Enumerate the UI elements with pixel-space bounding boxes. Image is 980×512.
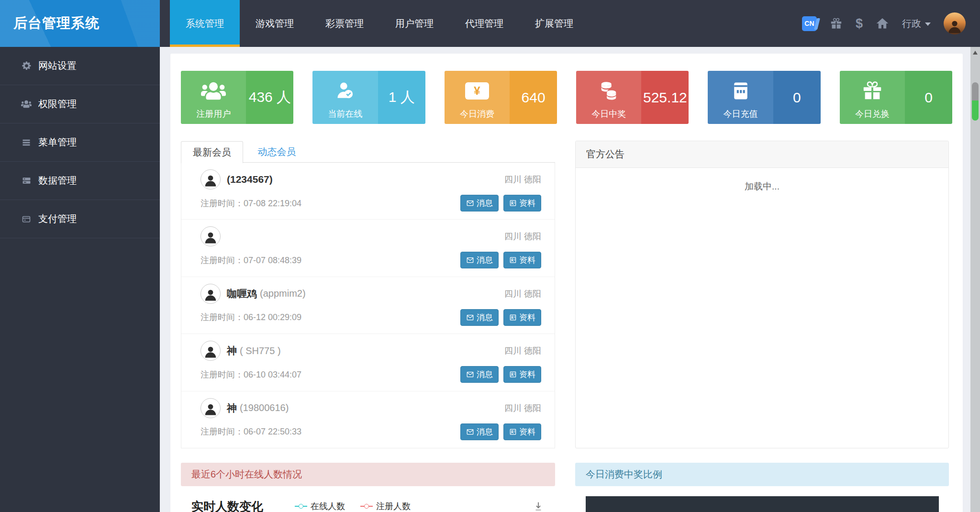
member-row: 神 (19800616) 四川 德阳 注册时间：06-07 22:50:33 消… — [181, 391, 555, 448]
announcement-panel: 官方公告 加载中... — [575, 141, 949, 448]
message-button[interactable]: 消息 — [460, 423, 499, 440]
scrollbar[interactable] — [970, 47, 980, 512]
id-card-icon — [509, 371, 517, 378]
member-avatar — [200, 169, 221, 189]
nav-tab-game[interactable]: 游戏管理 — [240, 0, 310, 47]
credit-card-icon — [21, 215, 32, 223]
nav-tab-label: 代理管理 — [465, 18, 503, 29]
nav-tab-system[interactable]: 系统管理 — [170, 0, 240, 47]
sidebar-item-label: 菜单管理 — [38, 136, 77, 149]
register-time-label: 注册时间： — [200, 370, 244, 379]
stat-label: 今日充值 — [724, 108, 758, 120]
register-time-value: 06-07 22:50:33 — [244, 427, 301, 436]
register-time-label: 注册时间： — [200, 312, 244, 322]
gift-icon[interactable] — [830, 17, 843, 30]
message-button[interactable]: 消息 — [460, 309, 499, 326]
nav-tab-label: 扩展管理 — [535, 18, 573, 29]
message-button[interactable]: 消息 — [460, 195, 499, 211]
legend-online-users[interactable]: 在线人数 — [295, 501, 345, 512]
calculator-icon — [730, 78, 751, 104]
realtime-chart-title: 实时人数变化 — [191, 499, 263, 512]
stat-card-today-exchange: 今日兑换 0 — [840, 71, 952, 124]
gear-icon — [21, 61, 32, 71]
tab-newest-members[interactable]: 最新会员 — [181, 141, 243, 163]
scroll-up-arrow-icon[interactable] — [973, 51, 978, 55]
message-button[interactable]: 消息 — [460, 252, 499, 268]
member-avatar — [200, 284, 221, 304]
sidebar-item-payment[interactable]: 支付管理 — [0, 200, 160, 238]
message-button[interactable]: 消息 — [460, 366, 499, 383]
member-location: 四川 德阳 — [504, 345, 541, 356]
member-account: (appmim2) — [260, 288, 306, 299]
legend-label: 在线人数 — [311, 501, 345, 512]
stat-card-online-now: 当前在线 1 人 — [312, 71, 425, 124]
members-list: (1234567) 四川 德阳 注册时间：07-08 22:19:04 消息 资… — [181, 163, 555, 448]
download-icon[interactable] — [533, 501, 544, 512]
member-name: (1234567) — [227, 174, 273, 185]
nav-tab-label: 系统管理 — [186, 18, 224, 29]
scrollbar-thumb[interactable] — [972, 82, 979, 121]
database-icon — [21, 176, 32, 185]
register-time-label: 注册时间： — [200, 199, 244, 208]
profile-button[interactable]: 资料 — [503, 309, 541, 326]
legend-registered-users[interactable]: 注册人数 — [360, 501, 411, 512]
ratio-chart-area — [586, 496, 939, 512]
active-tab-underline — [170, 45, 240, 47]
member-row: 咖喱鸡 (appmim2) 四川 德阳 注册时间：06-12 00:29:09 … — [181, 277, 555, 334]
user-check-icon — [334, 78, 356, 104]
online-hours-banner-text: 最近6个小时在线人数情况 — [191, 469, 302, 479]
legend-label: 注册人数 — [376, 501, 411, 512]
member-location: 四川 德阳 — [504, 174, 541, 185]
menu-list-icon — [21, 138, 32, 147]
member-row: 神 ( SH775 ) 四川 德阳 注册时间：06-10 03:44:07 消息… — [181, 334, 555, 391]
nav-tab-lottery[interactable]: 彩票管理 — [310, 0, 379, 47]
nav-tab-agent[interactable]: 代理管理 — [449, 0, 519, 47]
content-panel: 注册用户 436 人 当前在线 1 人 ¥ 今日消费 640 — [170, 54, 963, 512]
sidebar: 网站设置 权限管理 菜单管理 数据管理 支付管理 — [0, 47, 160, 512]
sidebar-item-label: 数据管理 — [38, 174, 77, 187]
nav-tab-label: 游戏管理 — [256, 18, 294, 29]
stat-value: 1 人 — [378, 71, 425, 124]
register-time-label: 注册时间： — [200, 256, 244, 265]
members-tab-bar: 最新会员 动态会员 — [181, 141, 555, 163]
profile-button[interactable]: 资料 — [503, 366, 541, 383]
user-role-dropdown[interactable]: 行政 — [902, 17, 931, 30]
sidebar-item-menu[interactable]: 菜单管理 — [0, 123, 160, 162]
member-location: 四川 德阳 — [504, 231, 541, 242]
legend-marker-icon — [295, 504, 307, 509]
app-logo: 后台管理系统 — [0, 0, 160, 47]
id-card-icon — [509, 256, 517, 264]
dollar-icon[interactable]: $ — [856, 16, 863, 31]
stat-label: 今日消费 — [460, 108, 494, 120]
stat-card-today-winnings: 今日中奖 525.12 — [576, 71, 689, 124]
envelope-icon — [466, 428, 474, 435]
stat-value: 640 — [510, 71, 557, 124]
member-row: (1234567) 四川 德阳 注册时间：07-08 22:19:04 消息 资… — [181, 163, 555, 220]
member-name: 神 — [227, 401, 237, 415]
sidebar-item-data[interactable]: 数据管理 — [0, 162, 160, 200]
sidebar-item-site-settings[interactable]: 网站设置 — [0, 47, 160, 85]
stat-value: 0 — [905, 71, 952, 124]
member-location: 四川 德阳 — [504, 288, 541, 300]
main-nav: 系统管理 游戏管理 彩票管理 用户管理 代理管理 扩展管理 — [170, 0, 589, 47]
profile-button[interactable]: 资料 — [503, 195, 541, 211]
nav-tab-user[interactable]: 用户管理 — [379, 0, 449, 47]
avatar[interactable] — [944, 12, 966, 34]
users-icon — [21, 100, 32, 109]
language-badge-icon[interactable]: CN — [802, 16, 817, 31]
top-header: 后台管理系统 系统管理 游戏管理 彩票管理 用户管理 代理管理 扩展管理 CN … — [0, 0, 980, 47]
tab-active-members[interactable]: 动态会员 — [257, 141, 296, 163]
member-account: ( SH775 ) — [240, 345, 281, 356]
sidebar-item-permissions[interactable]: 权限管理 — [0, 85, 160, 123]
stat-label: 当前在线 — [328, 108, 363, 120]
gift-icon — [861, 78, 883, 104]
profile-button[interactable]: 资料 — [503, 252, 541, 268]
header-actions: CN $ 行政 — [802, 0, 966, 47]
stats-row: 注册用户 436 人 当前在线 1 人 ¥ 今日消费 640 — [181, 71, 952, 124]
user-role-label: 行政 — [902, 17, 921, 30]
home-icon[interactable] — [876, 17, 889, 30]
profile-button[interactable]: 资料 — [503, 423, 541, 440]
member-avatar — [200, 226, 221, 246]
envelope-icon — [466, 314, 474, 321]
nav-tab-extend[interactable]: 扩展管理 — [519, 0, 589, 47]
